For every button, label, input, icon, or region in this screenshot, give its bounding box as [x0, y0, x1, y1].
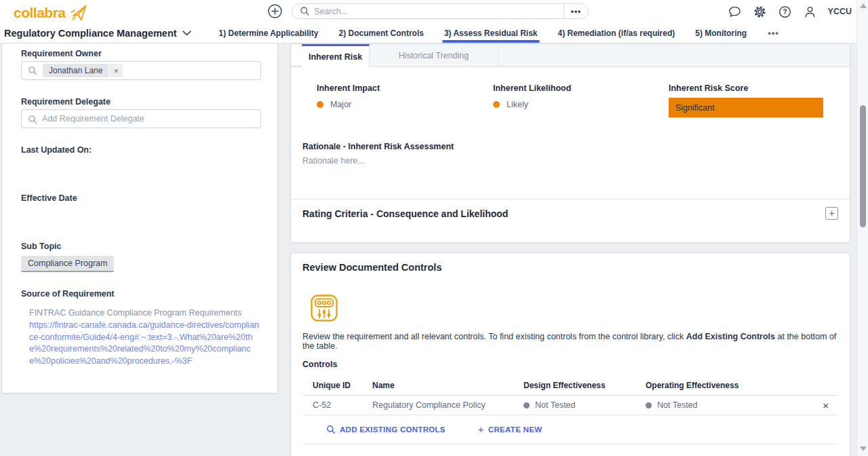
cell-unique-id: C-52: [302, 400, 372, 410]
col-unique-id: Unique ID: [302, 381, 372, 390]
chat-icon[interactable]: [728, 5, 742, 19]
tab-determine-applicability[interactable]: 1) Determine Applicability: [209, 23, 329, 43]
rating-criteria-title: Rating Criteria - Consequence and Likeli…: [302, 208, 508, 219]
requirement-delegate-label: Requirement Delegate: [21, 97, 111, 107]
inherent-likelihood-value: Likely: [493, 100, 528, 109]
col-name: Name: [372, 381, 524, 390]
likelihood-status-dot-icon: [493, 101, 500, 108]
search-icon: [300, 6, 310, 16]
logo-text: collabra: [14, 5, 66, 21]
controls-table: Unique ID Name Design Effectiveness Oper…: [302, 375, 838, 444]
global-search: •••: [292, 3, 589, 19]
operating-status-text: Not Tested: [657, 400, 698, 410]
remove-row-icon[interactable]: ×: [823, 400, 829, 411]
owner-chip: Jonathan Lane ×: [43, 64, 123, 77]
tab-assess-residual-risk[interactable]: 3) Assess Residual Risk: [434, 23, 548, 43]
scrollbar-thumb[interactable]: [860, 105, 866, 227]
rationale-label: Rationale - Inherent Risk Assessment: [302, 142, 454, 151]
tab-inherent-risk[interactable]: Inherent Risk: [302, 44, 370, 67]
inherent-impact-value: Major: [317, 100, 351, 109]
expand-rating-criteria-button[interactable]: +: [825, 207, 838, 220]
source-link[interactable]: https://fintrac-canafe.canada.ca/guidanc…: [29, 320, 261, 367]
description-text: Review the requirement and all relevant …: [302, 332, 686, 341]
create-new-button[interactable]: + CREATE NEW: [478, 425, 542, 435]
cell-operating-effectiveness: Not Tested: [646, 400, 807, 410]
tab-monitoring[interactable]: 5) Monitoring: [685, 23, 757, 43]
workflow-selector[interactable]: Regulatory Compliance Management: [4, 28, 191, 39]
impact-value-text: Major: [330, 100, 351, 109]
col-operating-effectiveness: Operating Effectiveness: [646, 381, 807, 390]
search-input[interactable]: [310, 7, 564, 16]
inherent-impact-label: Inherent Impact: [317, 83, 380, 93]
workflow-tabbar: Regulatory Compliance Management 1) Dete…: [0, 23, 868, 43]
search-icon: [326, 425, 336, 434]
header-icon-group: ? YCCU: [728, 0, 852, 23]
paper-plane-icon: [68, 3, 89, 23]
add-existing-label: ADD EXISTING CONTROLS: [340, 425, 446, 434]
app-logo[interactable]: collabra: [14, 3, 89, 23]
create-new-icon[interactable]: [267, 3, 283, 19]
tab-document-controls[interactable]: 2) Document Controls: [329, 23, 434, 43]
cell-actions: ×: [807, 400, 838, 411]
main-content: Requirement Owner Jonathan Lane × Requir…: [0, 43, 868, 456]
review-controls-card: Review Documented Controls: [290, 252, 850, 456]
review-controls-description: Review the requirement and all relevant …: [302, 332, 843, 351]
chevron-down-icon: [182, 31, 191, 36]
source-of-requirement-label: Source of Requirement: [21, 289, 115, 299]
design-status-text: Not Tested: [535, 400, 576, 410]
svg-text:?: ?: [783, 7, 787, 16]
controls-section-label: Controls: [302, 360, 337, 369]
risk-tabs-spacer: [291, 44, 302, 66]
status-dot-icon: [646, 402, 652, 408]
search-icon: [28, 66, 37, 75]
search-options-button[interactable]: •••: [564, 4, 588, 18]
owner-chip-label: Jonathan Lane: [43, 64, 108, 77]
inherent-risk-card: Inherent Risk Historical Trending Inhere…: [290, 43, 850, 243]
effective-date-label: Effective Date: [21, 193, 77, 203]
controls-mixer-icon: [309, 293, 339, 323]
workflow-title: Regulatory Compliance Management: [4, 28, 177, 39]
scroll-down-arrow-icon[interactable]: [860, 446, 867, 451]
source-text: FINTRAC Guidance Compliance Program Requ…: [29, 307, 260, 319]
requirement-owner-label: Requirement Owner: [21, 49, 102, 58]
risk-card-tabs: Inherent Risk Historical Trending: [291, 44, 850, 67]
app-window: collabra: [0, 0, 868, 456]
col-design-effectiveness: Design Effectiveness: [524, 381, 646, 390]
sub-topic-label: Sub Topic: [21, 242, 62, 251]
top-header: collabra: [0, 0, 868, 23]
plus-icon: +: [478, 423, 484, 435]
review-controls-title: Review Documented Controls: [302, 262, 441, 273]
sub-topic-chip[interactable]: Compliance Program: [21, 256, 114, 272]
user-icon[interactable]: [803, 5, 817, 19]
vertical-scrollbar[interactable]: [856, 0, 868, 456]
scroll-up-arrow-icon[interactable]: [860, 3, 867, 8]
tab-remediation[interactable]: 4) Remediation (if/as required): [548, 23, 686, 43]
create-new-label: CREATE NEW: [488, 425, 542, 434]
rating-criteria-section: Rating Criteria - Consequence and Likeli…: [291, 199, 850, 242]
owner-chip-remove-icon[interactable]: ×: [108, 64, 123, 77]
status-dot-icon: [524, 402, 530, 408]
add-existing-controls-button[interactable]: ADD EXISTING CONTROLS: [326, 425, 446, 434]
tabs-overflow-button[interactable]: •••: [768, 28, 779, 38]
inherent-likelihood-label: Inherent Likelihood: [493, 83, 571, 93]
table-row[interactable]: C-52 Regulatory Compliance Policy Not Te…: [302, 396, 838, 415]
requirement-delegate-input[interactable]: [22, 110, 260, 128]
likelihood-value-text: Likely: [507, 100, 528, 109]
inherent-risk-score-label: Inherent Risk Score: [669, 83, 748, 93]
settings-gear-icon[interactable]: [753, 5, 767, 19]
controls-table-header: Unique ID Name Design Effectiveness Oper…: [302, 375, 838, 396]
search-icon: [28, 115, 37, 124]
assessment-column: Inherent Risk Historical Trending Inhere…: [290, 43, 850, 456]
requirement-details-panel: Requirement Owner Jonathan Lane × Requir…: [1, 43, 278, 394]
inherent-risk-score-badge: Significant: [669, 98, 823, 117]
tab-historical-trending[interactable]: Historical Trending: [370, 44, 498, 66]
rationale-value[interactable]: Rationale here...: [302, 156, 365, 166]
impact-status-dot-icon: [317, 101, 323, 108]
workflow-steps: 1) Determine Applicability 2) Document C…: [209, 23, 779, 43]
account-label[interactable]: YCCU: [828, 7, 852, 16]
cell-name: Regulatory Compliance Policy: [372, 400, 524, 410]
table-actions: ADD EXISTING CONTROLS + CREATE NEW: [302, 415, 838, 444]
last-updated-label: Last Updated On:: [21, 145, 92, 155]
requirement-owner-field[interactable]: Jonathan Lane ×: [21, 61, 261, 80]
help-icon[interactable]: ?: [778, 5, 792, 19]
